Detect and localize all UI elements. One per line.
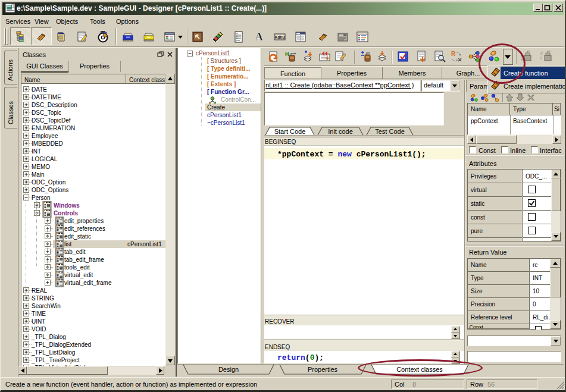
svg-text:A: A: [255, 30, 263, 43]
svg-text:Design: Design: [218, 366, 239, 373]
svg-text:Kdhu: Kdhu: [275, 35, 285, 39]
svg-text:C: C: [540, 52, 543, 56]
svg-text:I: I: [540, 56, 542, 60]
svg-text:H: H: [285, 51, 289, 57]
svg-text:Test Code: Test Code: [375, 128, 405, 135]
svg-text:Properties: Properties: [308, 366, 338, 373]
svg-text:Init code: Init code: [328, 128, 353, 135]
svg-text:Start Code: Start Code: [274, 128, 306, 135]
svg-text:R: R: [451, 51, 456, 57]
